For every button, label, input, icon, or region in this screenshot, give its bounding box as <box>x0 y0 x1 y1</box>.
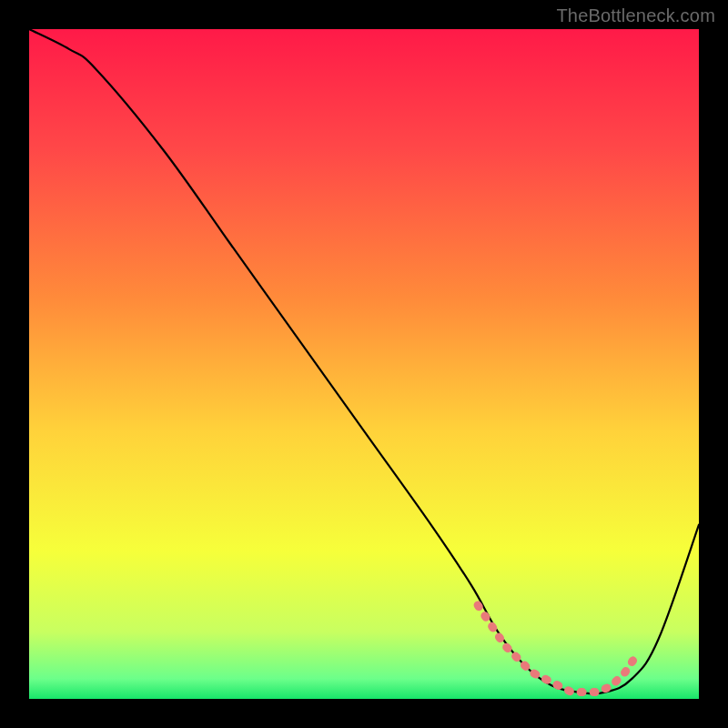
bottleneck-curve-line <box>29 29 699 693</box>
plot-gradient-area <box>29 29 699 699</box>
chart-frame: TheBottleneck.com <box>0 0 728 728</box>
optimal-region-dots <box>478 605 639 693</box>
chart-svg <box>29 29 699 699</box>
attribution-text: TheBottleneck.com <box>556 5 715 26</box>
